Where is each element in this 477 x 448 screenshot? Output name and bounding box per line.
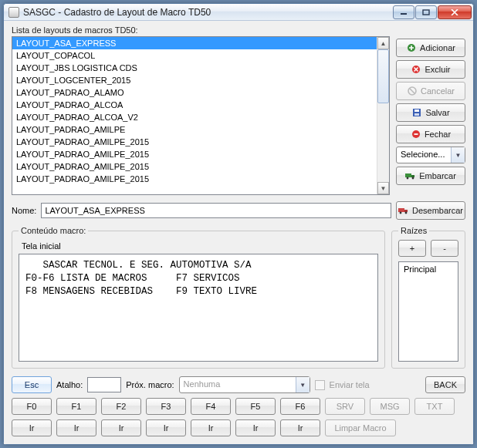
list-item[interactable]: LAYOUT_PADRAO_AMILPE_2015 bbox=[12, 160, 389, 173]
truck-off-icon bbox=[398, 205, 409, 216]
nome-label: Nome: bbox=[12, 206, 36, 215]
svg-rect-9 bbox=[414, 133, 418, 135]
button-label: F4 bbox=[206, 402, 216, 411]
stop-icon bbox=[411, 129, 421, 140]
close-button[interactable] bbox=[438, 5, 472, 19]
list-item[interactable]: LAYOUT_PADRAO_ALCOA bbox=[12, 99, 389, 111]
button-label: Excluir bbox=[425, 65, 450, 74]
raizes-listbox[interactable]: Principal bbox=[398, 261, 458, 362]
minimize-button[interactable] bbox=[393, 5, 414, 19]
f0-button[interactable]: F0 bbox=[12, 398, 52, 415]
close-icon bbox=[451, 9, 458, 15]
list-item[interactable]: LAYOUT_JBS LOGISTICA CDS bbox=[12, 62, 389, 74]
plus-icon: + bbox=[410, 244, 414, 253]
f1-button[interactable]: F1 bbox=[56, 398, 96, 415]
list-item[interactable]: LAYOUT_LOGCENTER_2015 bbox=[12, 74, 389, 86]
list-item[interactable]: LAYOUT_PADRAO_AMILPE_2015 bbox=[12, 173, 389, 185]
raizes-legend: Raízes bbox=[398, 226, 429, 235]
fechar-button[interactable]: Fechar bbox=[396, 125, 465, 143]
raiz-add-button[interactable]: + bbox=[398, 240, 426, 257]
client-area: Lista de layouts de macros TD50: LAYOUT_… bbox=[4, 21, 473, 444]
esc-button[interactable]: Esc bbox=[12, 376, 52, 393]
list-item[interactable]: LAYOUT_PADRAO_AMILPE_2015 bbox=[12, 136, 389, 148]
button-label: Salvar bbox=[425, 108, 449, 117]
svg-point-13 bbox=[412, 177, 414, 180]
button-label: Ir bbox=[253, 423, 259, 433]
button-label: Fechar bbox=[425, 130, 451, 139]
minimize-icon bbox=[400, 9, 408, 15]
txt-button: TXT bbox=[414, 398, 455, 415]
maximize-button[interactable] bbox=[415, 5, 437, 19]
adicionar-button[interactable]: Adicionar bbox=[396, 39, 465, 57]
button-label: F0 bbox=[27, 402, 37, 411]
button-label: F2 bbox=[117, 402, 127, 411]
chevron-down-icon: ▼ bbox=[296, 377, 310, 392]
f3-button[interactable]: F3 bbox=[146, 398, 186, 415]
raiz-remove-button[interactable]: - bbox=[431, 240, 458, 257]
nome-input[interactable] bbox=[41, 203, 391, 218]
back-button[interactable]: BACK bbox=[425, 376, 465, 393]
scroll-down-button[interactable]: ▼ bbox=[377, 182, 389, 194]
f6-button[interactable]: F6 bbox=[280, 398, 320, 415]
list-item[interactable]: Principal bbox=[399, 262, 458, 276]
ir-button-3[interactable]: Ir bbox=[146, 419, 186, 436]
delete-icon bbox=[411, 64, 421, 75]
list-item[interactable]: LAYOUT_COPACOL bbox=[12, 49, 389, 62]
plus-icon bbox=[406, 42, 417, 53]
button-label: TXT bbox=[427, 402, 443, 411]
ir-button-2[interactable]: Ir bbox=[101, 419, 141, 436]
f2-button[interactable]: F2 bbox=[101, 398, 141, 415]
button-label: Ir bbox=[119, 423, 124, 433]
truck-icon bbox=[405, 170, 416, 181]
excluir-button[interactable]: Excluir bbox=[396, 60, 465, 79]
chevron-down-icon: ▼ bbox=[451, 147, 465, 163]
layouts-listbox[interactable]: LAYOUT_ASA_EXPRESS LAYOUT_COPACOL LAYOUT… bbox=[12, 36, 390, 195]
f5-button[interactable]: F5 bbox=[235, 398, 276, 415]
list-scrollbar[interactable]: ▲ ▼ bbox=[377, 37, 389, 194]
ir-button-4[interactable]: Ir bbox=[191, 419, 231, 436]
embarcar-button[interactable]: Embarcar bbox=[396, 167, 465, 185]
enviar-tela-label: Enviar tela bbox=[330, 380, 370, 389]
atalho-input[interactable] bbox=[87, 377, 121, 392]
tela-inicial-label: Tela inicial bbox=[22, 241, 378, 251]
list-item[interactable]: LAYOUT_PADRAO_AMILPE_2015 bbox=[12, 148, 389, 160]
scroll-up-button[interactable]: ▲ bbox=[377, 37, 389, 49]
tela-textarea[interactable]: SASCAR TECNOL. E SEG. AUTOMOTIVA S/A F0-… bbox=[19, 254, 378, 362]
list-label: Lista de layouts de macros TD50: bbox=[12, 25, 390, 35]
button-label: F6 bbox=[296, 402, 306, 411]
list-item[interactable]: LAYOUT_ASA_EXPRESS bbox=[12, 37, 389, 49]
atalho-label: Atalho: bbox=[56, 380, 83, 389]
button-label: Ir bbox=[74, 423, 80, 433]
ir-button-5[interactable]: Ir bbox=[235, 419, 276, 436]
ir-button-0[interactable]: Ir bbox=[12, 419, 52, 436]
svg-rect-7 bbox=[414, 113, 419, 116]
maximize-icon bbox=[422, 9, 430, 15]
selecione-combo[interactable]: Selecione... ▼ bbox=[396, 147, 465, 163]
svg-point-12 bbox=[407, 177, 409, 180]
cancel-icon bbox=[407, 86, 418, 96]
titlebar: SASGC - Cadastro de Layout de Macro TD50 bbox=[4, 4, 473, 21]
list-item[interactable]: LAYOUT_PADRAO_ALAMO bbox=[12, 86, 389, 99]
scroll-thumb[interactable] bbox=[377, 49, 389, 103]
button-label: Esc bbox=[25, 380, 39, 389]
list-item[interactable]: LAYOUT_PADRAO_ALCOA_V2 bbox=[12, 111, 389, 123]
window-title: SASGC - Cadastro de Layout de Macro TD50 bbox=[23, 7, 393, 18]
button-label: Ir bbox=[298, 423, 303, 433]
svg-point-17 bbox=[405, 212, 408, 214]
button-label: SRV bbox=[337, 402, 354, 411]
app-icon bbox=[8, 7, 19, 18]
cancelar-button: Cancelar bbox=[396, 82, 465, 100]
button-label: Ir bbox=[164, 423, 169, 433]
ir-button-1[interactable]: Ir bbox=[56, 419, 96, 436]
prox-macro-combo: Nenhuma ▼ bbox=[179, 376, 310, 393]
combo-text: Selecione... bbox=[397, 147, 451, 163]
salvar-button[interactable]: Salvar bbox=[396, 103, 465, 122]
button-label: F3 bbox=[161, 402, 171, 411]
f4-button[interactable]: F4 bbox=[191, 398, 231, 415]
button-label: Embarcar bbox=[419, 171, 456, 180]
ir-button-6[interactable]: Ir bbox=[280, 419, 320, 436]
combo-text: Nenhuma bbox=[180, 377, 296, 392]
desembarcar-button[interactable]: Desembarcar bbox=[396, 201, 465, 220]
app-window: SASGC - Cadastro de Layout de Macro TD50… bbox=[3, 3, 474, 445]
list-item[interactable]: LAYOUT_PADRAO_AMILPE bbox=[12, 123, 389, 136]
